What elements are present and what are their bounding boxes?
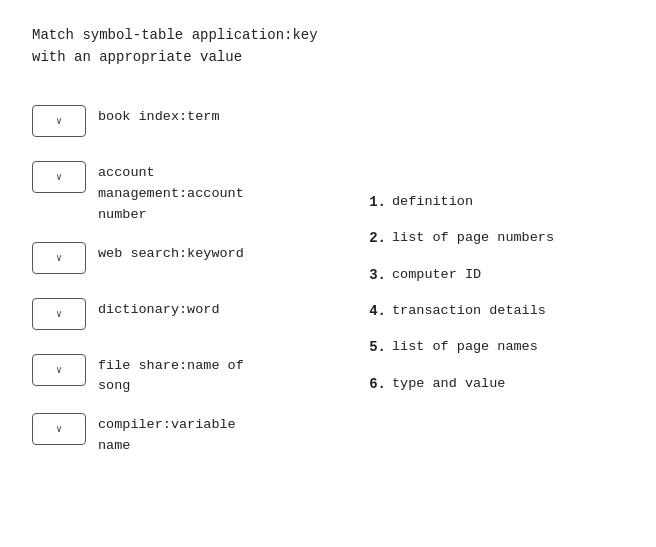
answer-number-2: 2. [368,227,386,249]
answer-number-1: 1. [368,191,386,213]
dropdown-3[interactable]: ∨ [32,242,86,274]
instructions: Match symbol-table application:key with … [32,24,624,69]
answer-item-6: 6. type and value [368,373,554,395]
answer-item-1: 1. definition [368,191,554,213]
instruction-line2: with an appropriate value [32,46,624,68]
right-column: 1. definition 2. list of page numbers 3.… [352,101,554,405]
key-label-1: book index:term [98,101,220,128]
main-content: ∨ book index:term ∨ accountmanagement:ac… [32,101,624,461]
chevron-down-icon-1: ∨ [56,115,62,127]
dropdown-2[interactable]: ∨ [32,161,86,193]
match-row-6: ∨ compiler:variablename [32,409,352,457]
answer-text-6: type and value [392,373,505,395]
match-row-3: ∨ web search:keyword [32,238,352,282]
answer-text-2: list of page numbers [392,227,554,249]
answer-text-1: definition [392,191,473,213]
answer-number-3: 3. [368,264,386,286]
chevron-down-icon-4: ∨ [56,308,62,320]
dropdown-1[interactable]: ∨ [32,105,86,137]
answer-item-5: 5. list of page names [368,336,554,358]
dropdown-6[interactable]: ∨ [32,413,86,445]
answer-number-6: 6. [368,373,386,395]
match-row-4: ∨ dictionary:word [32,294,352,338]
key-label-4: dictionary:word [98,294,220,321]
match-row-2: ∨ accountmanagement:accountnumber [32,157,352,226]
chevron-down-icon-3: ∨ [56,252,62,264]
key-label-3: web search:keyword [98,238,244,265]
answer-item-4: 4. transaction details [368,300,554,322]
key-label-6: compiler:variablename [98,409,236,457]
answer-item-3: 3. computer ID [368,264,554,286]
dropdown-4[interactable]: ∨ [32,298,86,330]
dropdown-5[interactable]: ∨ [32,354,86,386]
left-column: ∨ book index:term ∨ accountmanagement:ac… [32,101,352,461]
answer-number-4: 4. [368,300,386,322]
answer-number-5: 5. [368,336,386,358]
chevron-down-icon-6: ∨ [56,423,62,435]
answer-text-4: transaction details [392,300,546,322]
answer-item-2: 2. list of page numbers [368,227,554,249]
key-label-5: file share:name ofsong [98,350,244,398]
chevron-down-icon-2: ∨ [56,171,62,183]
answer-text-3: computer ID [392,264,481,286]
match-row-5: ∨ file share:name ofsong [32,350,352,398]
chevron-down-icon-5: ∨ [56,364,62,376]
instruction-line1: Match symbol-table application:key [32,24,624,46]
match-row-1: ∨ book index:term [32,101,352,145]
page-container: Match symbol-table application:key with … [0,0,656,547]
answer-text-5: list of page names [392,336,538,358]
key-label-2: accountmanagement:accountnumber [98,157,244,226]
